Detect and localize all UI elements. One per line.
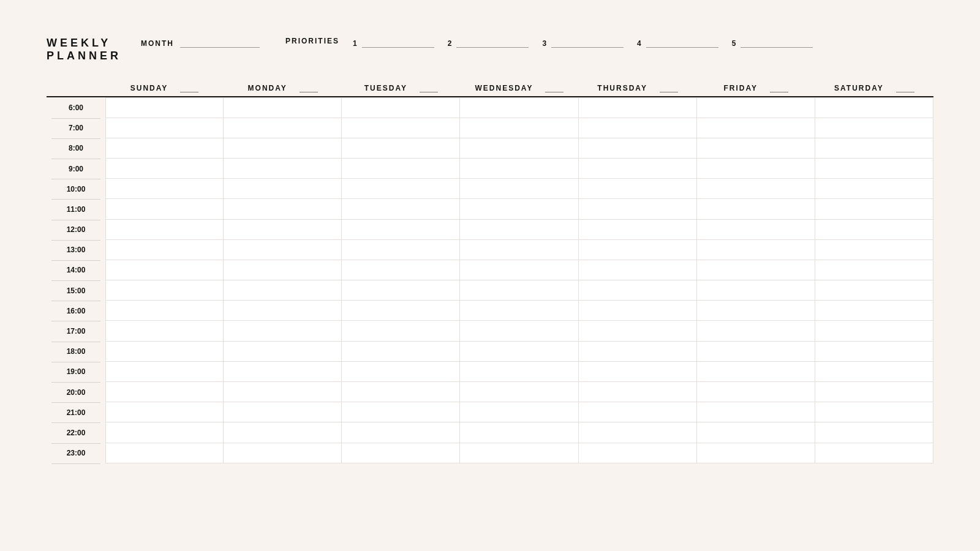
- priority-5-input[interactable]: [741, 37, 813, 48]
- schedule-slot[interactable]: [815, 402, 933, 422]
- schedule-slot[interactable]: [579, 138, 697, 159]
- schedule-slot[interactable]: [579, 382, 697, 402]
- day-date-thursday[interactable]: [660, 84, 678, 92]
- schedule-slot[interactable]: [342, 443, 460, 463]
- schedule-slot[interactable]: [224, 179, 342, 199]
- schedule-slot[interactable]: [342, 138, 460, 159]
- schedule-slot[interactable]: [460, 159, 578, 179]
- schedule-slot[interactable]: [105, 443, 224, 463]
- schedule-slot[interactable]: [342, 342, 460, 362]
- schedule-slot[interactable]: [224, 422, 342, 443]
- schedule-slot[interactable]: [697, 443, 815, 463]
- schedule-slot[interactable]: [815, 280, 933, 301]
- schedule-slot[interactable]: [224, 97, 342, 118]
- schedule-slot[interactable]: [460, 199, 578, 219]
- schedule-slot[interactable]: [579, 97, 697, 118]
- schedule-slot[interactable]: [105, 402, 224, 422]
- schedule-slot[interactable]: [815, 118, 933, 138]
- schedule-slot[interactable]: [697, 321, 815, 341]
- schedule-slot[interactable]: [105, 159, 224, 179]
- schedule-slot[interactable]: [579, 402, 697, 422]
- schedule-slot[interactable]: [342, 97, 460, 118]
- schedule-slot[interactable]: [105, 220, 224, 240]
- schedule-slot[interactable]: [460, 138, 578, 159]
- schedule-slot[interactable]: [105, 199, 224, 219]
- schedule-slot[interactable]: [579, 321, 697, 341]
- schedule-slot[interactable]: [105, 321, 224, 341]
- schedule-slot[interactable]: [224, 138, 342, 159]
- schedule-slot[interactable]: [105, 422, 224, 443]
- schedule-slot[interactable]: [815, 443, 933, 463]
- schedule-slot[interactable]: [579, 179, 697, 199]
- schedule-slot[interactable]: [224, 443, 342, 463]
- schedule-slot[interactable]: [815, 260, 933, 280]
- schedule-slot[interactable]: [697, 280, 815, 301]
- schedule-slot[interactable]: [579, 118, 697, 138]
- priority-1-input[interactable]: [362, 37, 434, 48]
- schedule-slot[interactable]: [342, 159, 460, 179]
- schedule-slot[interactable]: [815, 179, 933, 199]
- schedule-slot[interactable]: [105, 362, 224, 382]
- schedule-slot[interactable]: [460, 443, 578, 463]
- day-date-friday[interactable]: [770, 84, 788, 92]
- schedule-slot[interactable]: [579, 422, 697, 443]
- schedule-slot[interactable]: [224, 342, 342, 362]
- schedule-slot[interactable]: [460, 97, 578, 118]
- schedule-slot[interactable]: [697, 240, 815, 260]
- schedule-slot[interactable]: [815, 362, 933, 382]
- day-date-tuesday[interactable]: [420, 84, 438, 92]
- schedule-slot[interactable]: [697, 138, 815, 159]
- schedule-slot[interactable]: [579, 301, 697, 321]
- month-input[interactable]: [180, 37, 260, 48]
- schedule-slot[interactable]: [697, 118, 815, 138]
- schedule-slot[interactable]: [815, 97, 933, 118]
- schedule-slot[interactable]: [815, 422, 933, 443]
- schedule-slot[interactable]: [224, 159, 342, 179]
- schedule-slot[interactable]: [105, 280, 224, 301]
- schedule-slot[interactable]: [579, 159, 697, 179]
- schedule-slot[interactable]: [697, 402, 815, 422]
- schedule-slot[interactable]: [224, 382, 342, 402]
- priority-3-input[interactable]: [551, 37, 624, 48]
- schedule-slot[interactable]: [697, 342, 815, 362]
- schedule-slot[interactable]: [224, 280, 342, 301]
- schedule-slot[interactable]: [697, 220, 815, 240]
- schedule-slot[interactable]: [224, 118, 342, 138]
- schedule-slot[interactable]: [460, 118, 578, 138]
- schedule-slot[interactable]: [460, 220, 578, 240]
- schedule-slot[interactable]: [815, 220, 933, 240]
- schedule-slot[interactable]: [815, 199, 933, 219]
- schedule-slot[interactable]: [342, 118, 460, 138]
- schedule-slot[interactable]: [105, 382, 224, 402]
- schedule-slot[interactable]: [105, 260, 224, 280]
- schedule-slot[interactable]: [105, 179, 224, 199]
- schedule-slot[interactable]: [460, 301, 578, 321]
- day-date-saturday[interactable]: [896, 84, 914, 92]
- schedule-slot[interactable]: [815, 342, 933, 362]
- schedule-slot[interactable]: [224, 321, 342, 341]
- schedule-slot[interactable]: [342, 179, 460, 199]
- schedule-slot[interactable]: [224, 260, 342, 280]
- schedule-slot[interactable]: [579, 362, 697, 382]
- schedule-slot[interactable]: [105, 342, 224, 362]
- schedule-slot[interactable]: [460, 382, 578, 402]
- schedule-slot[interactable]: [342, 199, 460, 219]
- schedule-slot[interactable]: [460, 280, 578, 301]
- schedule-slot[interactable]: [815, 301, 933, 321]
- schedule-slot[interactable]: [815, 159, 933, 179]
- schedule-slot[interactable]: [342, 260, 460, 280]
- schedule-slot[interactable]: [697, 382, 815, 402]
- schedule-slot[interactable]: [342, 382, 460, 402]
- priority-2-input[interactable]: [456, 37, 529, 48]
- schedule-slot[interactable]: [697, 260, 815, 280]
- schedule-slot[interactable]: [579, 220, 697, 240]
- schedule-slot[interactable]: [342, 280, 460, 301]
- schedule-slot[interactable]: [815, 138, 933, 159]
- schedule-slot[interactable]: [697, 362, 815, 382]
- schedule-slot[interactable]: [342, 402, 460, 422]
- schedule-slot[interactable]: [460, 179, 578, 199]
- schedule-slot[interactable]: [697, 179, 815, 199]
- schedule-slot[interactable]: [342, 362, 460, 382]
- schedule-slot[interactable]: [815, 321, 933, 341]
- schedule-slot[interactable]: [579, 240, 697, 260]
